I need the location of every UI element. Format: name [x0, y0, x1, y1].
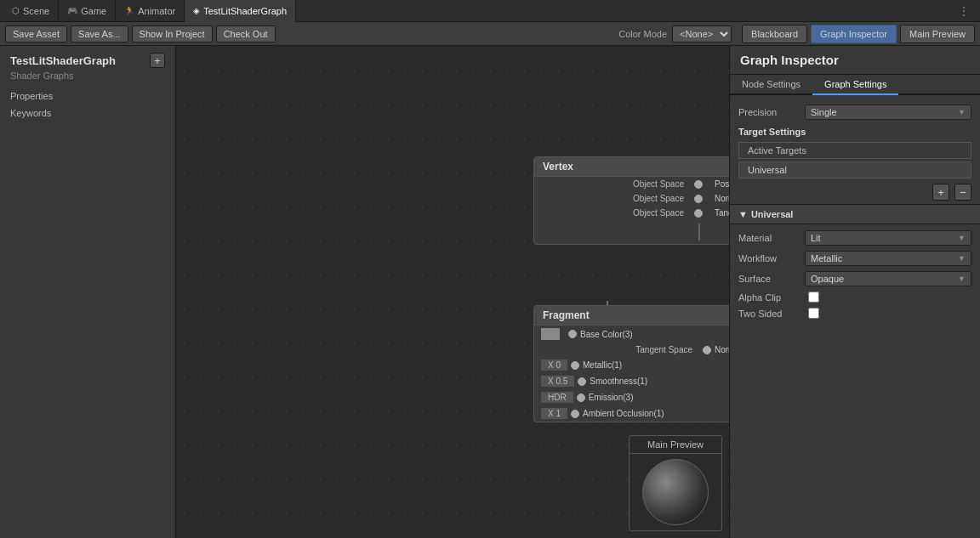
right-panel: Graph Inspector Node Settings Graph Sett… [729, 46, 980, 538]
left-panel-subtitle: Shader Graphs [0, 71, 175, 88]
precision-select[interactable]: Single ▼ [805, 105, 971, 120]
universal-collapse-icon[interactable]: ▼ [738, 209, 748, 219]
vertex-connector-handle[interactable] [534, 220, 729, 244]
vertex-port-output-2: Tangent(3) [706, 208, 729, 218]
universal-section-header: ▼ Universal [730, 204, 980, 224]
inspector-content: Precision Single ▼ Target Settings Activ… [730, 95, 980, 538]
fragment-label-metallic: X 0 [541, 360, 567, 371]
surface-row: Surface Opaque ▼ [730, 269, 980, 289]
alpha-clip-checkbox[interactable] [808, 292, 819, 303]
check-out-button[interactable]: Check Out [216, 25, 276, 42]
left-panel-header: TestLitShaderGraph + [0, 46, 175, 71]
fragment-output-ao: Ambient Occlusion(1) [583, 409, 729, 418]
preview-title: Main Preview [630, 436, 721, 454]
two-sided-label: Two Sided [738, 309, 798, 319]
color-mode-select[interactable]: <None> [672, 25, 732, 42]
workflow-label: Workflow [738, 253, 798, 263]
fragment-label-ao: X 1 [541, 408, 567, 419]
material-row: Material Lit ▼ [730, 228, 980, 248]
vertex-port-output-1: Normal(3) [706, 194, 729, 203]
workflow-select[interactable]: Metallic ▼ [805, 251, 971, 266]
tab-game[interactable]: 🎮 Game [59, 0, 116, 22]
vertex-port-position: Object Space Position(3) [534, 177, 729, 191]
remove-target-button[interactable]: − [954, 184, 971, 201]
tab-node-settings[interactable]: Node Settings [730, 75, 812, 95]
tab-shader-graph[interactable]: ◈ TestLitShaderGraph [185, 0, 296, 22]
main-preview-panel: Main Preview [629, 435, 722, 531]
show-in-project-button[interactable]: Show In Project [132, 25, 213, 42]
graph-inspector-button[interactable]: Graph Inspector [811, 25, 897, 43]
tab-bar: ⬡ Scene 🎮 Game 🏃 Animator ◈ TestLitShade… [0, 0, 980, 22]
target-buttons: + − [730, 180, 980, 204]
vertex-port-dot-2 [694, 209, 703, 218]
tab-more-button[interactable]: ⋮ [951, 4, 977, 18]
shader-icon: ◈ [193, 6, 200, 15]
main-layout: TestLitShaderGraph + Shader Graphs Prope… [0, 46, 980, 538]
fragment-dot-ao [571, 410, 579, 418]
fragment-port-ao: X 1 Ambient Occlusion(1) [534, 405, 729, 422]
workflow-arrow: ▼ [958, 254, 966, 263]
save-as-button[interactable]: Save As... [71, 25, 128, 42]
add-shader-button[interactable]: + [150, 53, 165, 68]
vertex-port-label-1: Object Space [534, 194, 691, 203]
keywords-section: Keywords [0, 105, 175, 122]
fragment-dot-basecolor [568, 330, 577, 338]
tab-animator[interactable]: 🏃 Animator [116, 0, 185, 22]
game-icon: 🎮 [67, 6, 77, 15]
fragment-output-metallic: Metallic(1) [583, 360, 729, 370]
canvas-area[interactable]: Vertex Object Space Position(3) Object S… [176, 46, 729, 538]
vertex-node-header: Vertex [534, 157, 729, 177]
fragment-node[interactable]: Fragment Base Color(3) Tangent Space Nor… [533, 305, 729, 422]
fragment-dot-normal [703, 346, 711, 354]
animator-icon: 🏃 [124, 6, 134, 15]
vertex-port-output-0: Position(3) [706, 179, 729, 189]
alpha-clip-label: Alpha Clip [738, 292, 798, 303]
target-item-universal[interactable]: Universal [738, 161, 971, 178]
add-target-button[interactable]: + [932, 184, 949, 201]
surface-arrow: ▼ [958, 275, 966, 283]
two-sided-row: Two Sided [730, 305, 980, 321]
left-panel: TestLitShaderGraph + Shader Graphs Prope… [0, 46, 176, 538]
fragment-label-emission: HDR [541, 392, 573, 403]
precision-arrow: ▼ [958, 108, 966, 116]
save-asset-button[interactable]: Save Asset [5, 25, 67, 42]
workflow-row: Workflow Metallic ▼ [730, 248, 980, 269]
fragment-output-emission: Emission(3) [589, 393, 729, 402]
base-color-swatch[interactable] [541, 328, 560, 340]
vertex-handle-line [698, 224, 700, 241]
fragment-port-normal: Tangent Space Normal (Tangent Space)(3) [534, 343, 729, 357]
main-preview-button[interactable]: Main Preview [900, 25, 975, 43]
material-arrow: ▼ [958, 234, 966, 242]
precision-label: Precision [738, 107, 798, 117]
surface-select[interactable]: Opaque ▼ [805, 271, 971, 286]
target-settings-label: Target Settings [730, 122, 980, 139]
fragment-dot-smoothness [578, 377, 586, 386]
universal-section: Material Lit ▼ Workflow Metallic ▼ Surfa… [730, 228, 980, 321]
fragment-port-smoothness: X 0.5 Smoothness(1) [534, 373, 729, 389]
tab-scene[interactable]: ⬡ Scene [3, 0, 59, 22]
vertex-port-dot-1 [694, 195, 703, 203]
two-sided-checkbox[interactable] [808, 308, 819, 319]
right-tabs: Node Settings Graph Settings [730, 75, 980, 95]
surface-label: Surface [738, 274, 798, 284]
fragment-port-emission: HDR Emission(3) [534, 389, 729, 405]
vertex-port-label-0: Object Space [534, 179, 691, 189]
active-targets-label: Active Targets [738, 142, 971, 159]
color-mode-section: Color Mode <None> [618, 25, 732, 42]
preview-canvas [630, 454, 721, 530]
fragment-output-normal: Normal (Tangent Space)(3) [715, 345, 729, 354]
alpha-clip-row: Alpha Clip [730, 289, 980, 305]
fragment-port-basecolor: Base Color(3) [534, 326, 729, 343]
tab-graph-settings[interactable]: Graph Settings [812, 75, 898, 95]
material-select[interactable]: Lit ▼ [805, 230, 971, 246]
properties-section: Properties [0, 88, 175, 105]
fragment-dot-metallic [571, 361, 579, 370]
vertex-port-dot-0 [694, 180, 703, 189]
fragment-output-smoothness: Smoothness(1) [590, 377, 729, 386]
blackboard-button[interactable]: Blackboard [742, 25, 807, 43]
scene-icon: ⬡ [12, 6, 20, 15]
fragment-node-header: Fragment [534, 306, 729, 326]
color-mode-label: Color Mode [618, 29, 667, 39]
right-panel-title: Graph Inspector [730, 46, 980, 75]
vertex-node[interactable]: Vertex Object Space Position(3) Object S… [533, 156, 729, 245]
